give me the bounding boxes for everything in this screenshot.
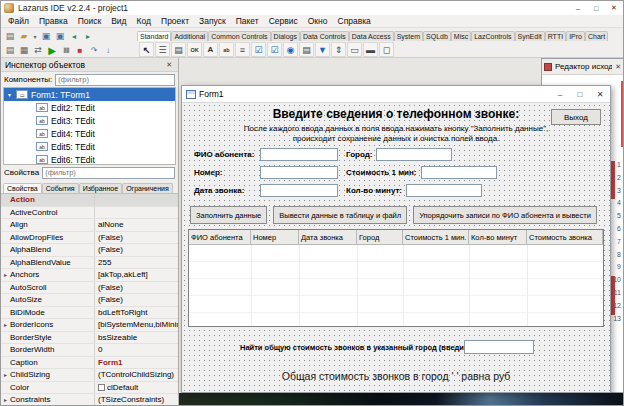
property-value[interactable]: bsSizeable	[95, 333, 178, 342]
step-into-button[interactable]: ↓	[101, 44, 115, 57]
inspector-tab[interactable]: Избранное	[79, 183, 122, 193]
property-value[interactable]: [akTop,akLeft]	[95, 270, 178, 279]
back-button[interactable]: ◂	[67, 30, 81, 43]
palette-tab[interactable]: System	[394, 31, 423, 41]
menu-item[interactable]: Пакет	[231, 16, 264, 26]
tree-item[interactable]: ab Edit6: TEdit	[4, 153, 175, 165]
property-value[interactable]: 255	[95, 258, 178, 267]
property-value[interactable]: (False)	[95, 295, 178, 304]
property-value[interactable]: (False)	[95, 283, 178, 292]
property-row[interactable]: BiDiMode bdLeftToRight	[1, 307, 178, 320]
maximize-button[interactable]: □	[587, 1, 605, 15]
tlistbox-icon[interactable]: ▤	[299, 42, 314, 57]
property-row[interactable]: AlphaBlendValue 255	[1, 257, 178, 270]
tbutton-icon[interactable]: OK	[187, 42, 202, 57]
palette-tab[interactable]: SynEdit	[515, 31, 545, 41]
tmemo-icon[interactable]: ≡	[235, 42, 250, 57]
step-over-button[interactable]: ↷	[87, 44, 101, 57]
tmainmenu-icon[interactable]: ☰	[155, 42, 170, 57]
field-edit[interactable]	[260, 166, 338, 179]
tedit-icon[interactable]: ab	[219, 42, 234, 57]
grid-header-cell[interactable]: Дата звонка	[299, 230, 357, 245]
property-row[interactable]: ▸ Constraints (TSizeConstraints)	[1, 394, 178, 405]
tlabel-icon[interactable]: A	[203, 42, 218, 57]
view-forms-button[interactable]: ▦	[17, 44, 31, 57]
open-button[interactable]: ▰	[17, 30, 31, 43]
form-title-bar[interactable]: Form1 – □ ✕	[182, 86, 610, 103]
components-filter-input[interactable]	[55, 74, 175, 86]
grid-header-cell[interactable]: Город	[357, 230, 403, 245]
property-value[interactable]: 0	[95, 345, 178, 354]
grid-body[interactable]	[189, 245, 603, 326]
tree-item[interactable]: ab Edit3: TEdit	[4, 114, 175, 127]
exit-button[interactable]: Выход	[551, 109, 601, 125]
menu-item[interactable]: Код	[132, 16, 156, 26]
menu-item[interactable]: Сервис	[264, 16, 303, 26]
property-row[interactable]: ▸ ChildSizing (TControlChildSizing)	[1, 369, 178, 382]
grid-header-cell[interactable]: ФИО абонента	[189, 230, 251, 245]
form-action-button[interactable]: Упорядочить записи по ФИО абонента и выв…	[413, 206, 597, 224]
property-value[interactable]: alNone	[95, 220, 178, 229]
view-units-button[interactable]: ▤	[3, 44, 17, 57]
open-dropdown[interactable]: ▾	[31, 30, 39, 43]
property-value[interactable]: clDefault	[95, 383, 178, 392]
property-row[interactable]: AllowDropFiles (False)	[1, 232, 178, 245]
close-button[interactable]: ✕	[605, 1, 623, 15]
grid-header-cell[interactable]: Кол-во минут	[469, 230, 527, 245]
menu-item[interactable]: Поиск	[73, 16, 107, 26]
inspector-tab[interactable]: Свойства	[3, 183, 42, 193]
source-editor-close-icon[interactable]: ✕	[615, 63, 622, 71]
field-edit[interactable]	[406, 184, 482, 197]
palette-tab[interactable]: LazControls	[471, 31, 514, 41]
menu-item[interactable]: Справка	[333, 16, 376, 26]
property-value[interactable]: bdLeftToRight	[95, 308, 178, 317]
property-value[interactable]: (TSizeConstraints)	[95, 395, 178, 404]
object-inspector-close-icon[interactable]: ✕	[164, 61, 174, 69]
menu-item[interactable]: Правка	[34, 16, 73, 26]
tpopupmenu-icon[interactable]: ▤	[171, 42, 186, 57]
grid-header-cell[interactable]: Номер	[251, 230, 299, 245]
property-value[interactable]: (False)	[95, 233, 178, 242]
source-editor-title-bar[interactable]: Редактор исходного кода ✕	[542, 59, 624, 75]
inspector-tab[interactable]: Ограничения	[122, 183, 173, 193]
save-all-button[interactable]: ▣	[53, 30, 67, 43]
menu-item[interactable]: Запуск	[194, 16, 231, 26]
property-row[interactable]: ▸ BorderIcons [biSystemMenu,biMinimiz	[1, 319, 178, 332]
tree-item[interactable]: ▾ ▭ Form1: TForm1	[4, 88, 175, 101]
palette-tab[interactable]: Additional	[171, 31, 208, 41]
tpanel-icon[interactable]: ▬	[363, 42, 378, 57]
form-maximize-button[interactable]: □	[570, 86, 590, 102]
run-button[interactable]: ▶	[45, 44, 59, 57]
property-row[interactable]: BorderStyle bsSizeable	[1, 332, 178, 345]
string-grid[interactable]: ФИО абонентаНомерДата звонкаГородСтоимос…	[188, 229, 604, 327]
property-row[interactable]: ▸ Anchors [akTop,akLeft]	[1, 269, 178, 282]
property-row[interactable]: BorderWidth 0	[1, 344, 178, 357]
menu-item[interactable]: Файл	[3, 16, 34, 26]
palette-tab[interactable]: Data Controls	[300, 31, 349, 41]
property-value[interactable]: (TControlChildSizing)	[95, 370, 178, 379]
palette-tab[interactable]: IPro	[566, 31, 585, 41]
field-edit[interactable]	[421, 166, 497, 179]
minimize-button[interactable]: –	[569, 1, 587, 15]
property-value[interactable]: Form1	[95, 358, 178, 367]
property-row[interactable]: ActiveControl	[1, 207, 178, 220]
tgroupbox-icon[interactable]: ▭	[347, 42, 362, 57]
field-edit[interactable]	[260, 148, 338, 161]
property-row[interactable]: Color clDefault	[1, 382, 178, 395]
palette-tab[interactable]: Common Controls	[208, 31, 270, 41]
save-button[interactable]: ▣	[39, 30, 53, 43]
grid-header-cell[interactable]: Стоимость 1 мин.	[403, 230, 469, 245]
property-value[interactable]: (False)	[95, 245, 178, 254]
stop-button[interactable]: ■	[73, 44, 87, 57]
cursor-icon[interactable]: ↖	[139, 42, 154, 57]
property-value[interactable]: [biSystemMenu,biMinimiz	[95, 320, 178, 329]
palette-tab[interactable]: RTTI	[545, 31, 566, 41]
tree-item[interactable]: ab Edit4: TEdit	[4, 127, 175, 140]
grid-header-cell[interactable]: Стоимость звонка	[527, 230, 603, 245]
menu-item[interactable]: Вид	[106, 16, 131, 26]
palette-tab[interactable]: SQLdb	[423, 31, 451, 41]
palette-tab[interactable]: Data Access	[349, 31, 394, 41]
tree-item[interactable]: ab Edit5: TEdit	[4, 140, 175, 153]
property-row[interactable]: Align alNone	[1, 219, 178, 232]
tradiobutton-icon[interactable]: ◉	[283, 42, 298, 57]
